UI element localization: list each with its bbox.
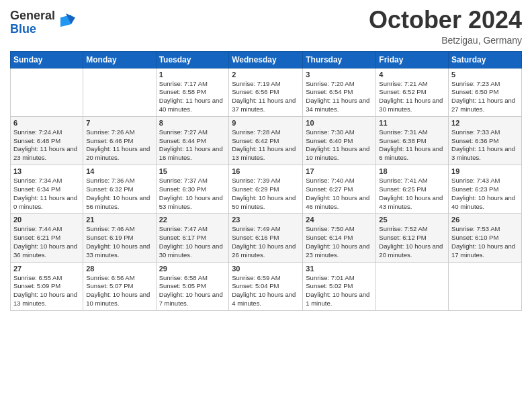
title-section: October 2024 Betzigau, Germany — [369, 7, 522, 46]
day-info: Sunrise: 7:50 AM Sunset: 6:14 PM Dayligh… — [306, 225, 373, 259]
calendar-page: General Blue October 2024 Betzigau, Germ… — [0, 0, 532, 411]
day-number: 15 — [159, 167, 226, 175]
day-info: Sunrise: 7:43 AM Sunset: 6:23 PM Dayligh… — [451, 177, 519, 211]
day-info: Sunrise: 7:40 AM Sunset: 6:27 PM Dayligh… — [306, 177, 373, 211]
calendar-cell-w3-d1: 13Sunrise: 7:34 AM Sunset: 6:34 PM Dayli… — [11, 165, 83, 214]
calendar-week-5: 27Sunrise: 6:55 AM Sunset: 5:09 PM Dayli… — [11, 262, 522, 310]
day-info: Sunrise: 7:53 AM Sunset: 6:10 PM Dayligh… — [451, 225, 519, 259]
calendar-cell-w5-d2: 28Sunrise: 6:56 AM Sunset: 5:07 PM Dayli… — [83, 262, 156, 310]
day-number: 26 — [451, 216, 519, 224]
day-info: Sunrise: 7:46 AM Sunset: 6:19 PM Dayligh… — [86, 225, 152, 259]
day-number: 13 — [13, 167, 80, 175]
day-info: Sunrise: 7:34 AM Sunset: 6:34 PM Dayligh… — [13, 177, 80, 211]
col-saturday: Saturday — [449, 51, 522, 68]
calendar-cell-w1-d6: 4Sunrise: 7:21 AM Sunset: 6:52 PM Daylig… — [376, 68, 449, 116]
day-info: Sunrise: 7:30 AM Sunset: 6:40 PM Dayligh… — [306, 128, 373, 163]
day-info: Sunrise: 7:36 AM Sunset: 6:32 PM Dayligh… — [86, 177, 152, 211]
page-header: General Blue October 2024 Betzigau, Germ… — [10, 7, 522, 46]
day-info: Sunrise: 7:19 AM Sunset: 6:56 PM Dayligh… — [232, 80, 300, 114]
day-number: 27 — [13, 265, 80, 273]
day-info: Sunrise: 6:59 AM Sunset: 5:04 PM Dayligh… — [232, 274, 300, 308]
calendar-cell-w5-d5: 31Sunrise: 7:01 AM Sunset: 5:02 PM Dayli… — [303, 262, 376, 310]
calendar-cell-w2-d5: 10Sunrise: 7:30 AM Sunset: 6:40 PM Dayli… — [303, 116, 376, 165]
day-number: 22 — [159, 216, 226, 224]
calendar-cell-w1-d5: 3Sunrise: 7:20 AM Sunset: 6:54 PM Daylig… — [303, 68, 376, 116]
day-info: Sunrise: 6:56 AM Sunset: 5:07 PM Dayligh… — [86, 274, 152, 308]
day-info: Sunrise: 7:23 AM Sunset: 6:50 PM Dayligh… — [451, 80, 519, 114]
day-info: Sunrise: 7:41 AM Sunset: 6:25 PM Dayligh… — [379, 177, 445, 211]
calendar-cell-w2-d2: 7Sunrise: 7:26 AM Sunset: 6:46 PM Daylig… — [83, 116, 156, 165]
calendar-cell-w4-d6: 25Sunrise: 7:52 AM Sunset: 6:12 PM Dayli… — [376, 214, 449, 262]
col-thursday: Thursday — [303, 51, 376, 68]
calendar-cell-w3-d6: 18Sunrise: 7:41 AM Sunset: 6:25 PM Dayli… — [376, 165, 449, 214]
day-number: 2 — [232, 71, 300, 79]
calendar-header-row: Sunday Monday Tuesday Wednesday Thursday… — [11, 51, 522, 68]
day-number: 23 — [232, 216, 300, 224]
calendar-cell-w5-d7 — [449, 262, 522, 310]
day-info: Sunrise: 7:39 AM Sunset: 6:29 PM Dayligh… — [232, 177, 300, 211]
day-info: Sunrise: 6:55 AM Sunset: 5:09 PM Dayligh… — [13, 274, 80, 308]
calendar-cell-w4-d7: 26Sunrise: 7:53 AM Sunset: 6:10 PM Dayli… — [449, 214, 522, 262]
day-number: 30 — [232, 265, 300, 273]
day-number: 25 — [379, 216, 445, 224]
day-number: 28 — [86, 265, 152, 273]
day-number: 3 — [306, 71, 373, 79]
calendar-cell-w2-d6: 11Sunrise: 7:31 AM Sunset: 6:38 PM Dayli… — [376, 116, 449, 165]
day-info: Sunrise: 7:52 AM Sunset: 6:12 PM Dayligh… — [379, 225, 445, 259]
logo-icon — [56, 12, 75, 31]
day-number: 9 — [232, 119, 300, 127]
calendar-cell-w3-d3: 15Sunrise: 7:37 AM Sunset: 6:30 PM Dayli… — [156, 165, 229, 214]
calendar-cell-w3-d2: 14Sunrise: 7:36 AM Sunset: 6:32 PM Dayli… — [83, 165, 156, 214]
day-number: 10 — [306, 119, 373, 127]
calendar-table: Sunday Monday Tuesday Wednesday Thursday… — [10, 51, 522, 311]
logo-general: General — [10, 9, 55, 23]
day-number: 19 — [451, 167, 519, 175]
day-number: 1 — [159, 71, 226, 79]
day-number: 17 — [306, 167, 373, 175]
day-number: 5 — [451, 71, 519, 79]
day-info: Sunrise: 7:17 AM Sunset: 6:58 PM Dayligh… — [159, 80, 226, 114]
calendar-cell-w2-d1: 6Sunrise: 7:24 AM Sunset: 6:48 PM Daylig… — [11, 116, 83, 165]
day-info: Sunrise: 7:37 AM Sunset: 6:30 PM Dayligh… — [159, 177, 226, 211]
day-number: 24 — [306, 216, 373, 224]
day-number: 29 — [159, 265, 226, 273]
day-info: Sunrise: 7:24 AM Sunset: 6:48 PM Dayligh… — [13, 128, 80, 163]
calendar-week-1: 1Sunrise: 7:17 AM Sunset: 6:58 PM Daylig… — [11, 68, 522, 116]
calendar-cell-w4-d1: 20Sunrise: 7:44 AM Sunset: 6:21 PM Dayli… — [11, 214, 83, 262]
day-info: Sunrise: 7:31 AM Sunset: 6:38 PM Dayligh… — [379, 128, 445, 163]
day-info: Sunrise: 7:01 AM Sunset: 5:02 PM Dayligh… — [306, 274, 373, 308]
day-info: Sunrise: 6:58 AM Sunset: 5:05 PM Dayligh… — [159, 274, 226, 308]
calendar-cell-w4-d3: 22Sunrise: 7:47 AM Sunset: 6:17 PM Dayli… — [156, 214, 229, 262]
location: Betzigau, Germany — [369, 35, 522, 46]
col-tuesday: Tuesday — [156, 51, 229, 68]
day-info: Sunrise: 7:28 AM Sunset: 6:42 PM Dayligh… — [232, 128, 300, 163]
day-info: Sunrise: 7:44 AM Sunset: 6:21 PM Dayligh… — [13, 225, 80, 259]
calendar-week-3: 13Sunrise: 7:34 AM Sunset: 6:34 PM Dayli… — [11, 165, 522, 214]
day-number: 7 — [86, 119, 152, 127]
day-number: 11 — [379, 119, 445, 127]
day-info: Sunrise: 7:33 AM Sunset: 6:36 PM Dayligh… — [451, 128, 519, 163]
col-monday: Monday — [83, 51, 156, 68]
calendar-cell-w3-d7: 19Sunrise: 7:43 AM Sunset: 6:23 PM Dayli… — [449, 165, 522, 214]
day-info: Sunrise: 7:47 AM Sunset: 6:17 PM Dayligh… — [159, 225, 226, 259]
calendar-cell-w2-d4: 9Sunrise: 7:28 AM Sunset: 6:42 PM Daylig… — [229, 116, 303, 165]
logo: General Blue — [10, 9, 75, 36]
day-number: 20 — [13, 216, 80, 224]
day-number: 18 — [379, 167, 445, 175]
col-wednesday: Wednesday — [229, 51, 303, 68]
calendar-cell-w1-d7: 5Sunrise: 7:23 AM Sunset: 6:50 PM Daylig… — [449, 68, 522, 116]
day-info: Sunrise: 7:26 AM Sunset: 6:46 PM Dayligh… — [86, 128, 152, 163]
day-number: 6 — [13, 119, 80, 127]
day-number: 12 — [451, 119, 519, 127]
calendar-cell-w1-d3: 1Sunrise: 7:17 AM Sunset: 6:58 PM Daylig… — [156, 68, 229, 116]
calendar-week-2: 6Sunrise: 7:24 AM Sunset: 6:48 PM Daylig… — [11, 116, 522, 165]
calendar-week-4: 20Sunrise: 7:44 AM Sunset: 6:21 PM Dayli… — [11, 214, 522, 262]
day-info: Sunrise: 7:27 AM Sunset: 6:44 PM Dayligh… — [159, 128, 226, 163]
day-number: 31 — [306, 265, 373, 273]
day-number: 14 — [86, 167, 152, 175]
calendar-cell-w5-d1: 27Sunrise: 6:55 AM Sunset: 5:09 PM Dayli… — [11, 262, 83, 310]
col-sunday: Sunday — [11, 51, 83, 68]
day-number: 4 — [379, 71, 445, 79]
calendar-cell-w3-d5: 17Sunrise: 7:40 AM Sunset: 6:27 PM Dayli… — [303, 165, 376, 214]
calendar-cell-w1-d2 — [83, 68, 156, 116]
